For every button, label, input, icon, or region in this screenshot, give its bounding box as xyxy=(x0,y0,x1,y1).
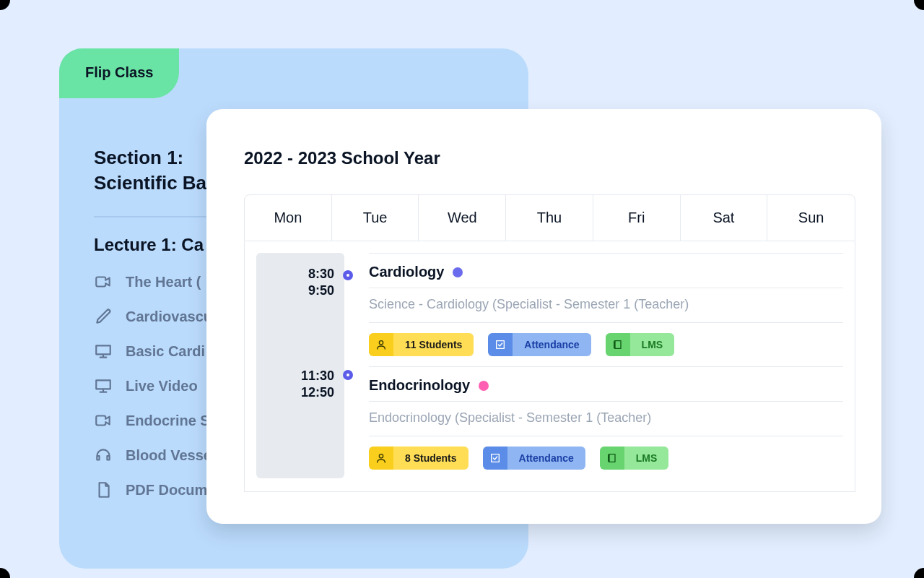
students-button[interactable]: 11 Students xyxy=(369,333,474,356)
day-header-cell[interactable]: Wed xyxy=(419,195,506,241)
content-item-label: Endocrine S xyxy=(126,413,210,429)
user-icon xyxy=(369,333,393,356)
schedule-entry: CardiologyScience - Cardiology (Speciali… xyxy=(369,253,843,366)
schedule-entry: EndocrinologyEndocrinology (Specialist -… xyxy=(369,366,843,480)
attendance-button[interactable]: Attendance xyxy=(488,333,590,356)
time-slot: 11:30 12:50 xyxy=(266,368,334,402)
subject-color-dot xyxy=(453,267,463,277)
video-icon xyxy=(94,411,113,430)
headphones-icon xyxy=(94,446,113,465)
attendance-button-label: Attendance xyxy=(513,333,590,356)
content-item-label: Blood Vesse xyxy=(126,447,212,464)
entry-button-row: 11 StudentsAttendanceLMS xyxy=(369,323,843,356)
lms-button-label: LMS xyxy=(624,447,669,470)
time-column: 8:30 9:50 11:30 12:50 xyxy=(256,253,344,478)
user-icon xyxy=(369,447,393,470)
day-header-cell[interactable]: Sat xyxy=(681,195,768,241)
pencil-icon xyxy=(94,307,113,326)
attendance-button[interactable]: Attendance xyxy=(483,447,585,470)
book-icon xyxy=(606,333,630,356)
day-header-cell[interactable]: Tue xyxy=(332,195,419,241)
lms-button[interactable]: LMS xyxy=(600,447,669,470)
entry-title: Endocrinology xyxy=(369,377,470,394)
flip-class-tab[interactable]: Flip Class xyxy=(59,48,179,98)
content-item-label: Live Video xyxy=(126,378,198,394)
students-button-label: 8 Students xyxy=(393,447,468,470)
day-header-cell[interactable]: Thu xyxy=(506,195,593,241)
schedule-entries: CardiologyScience - Cardiology (Speciali… xyxy=(344,253,843,480)
students-button-label: 11 Students xyxy=(393,333,474,356)
check-icon xyxy=(483,447,507,470)
entry-subtitle: Science - Cardiology (Specialist - Semes… xyxy=(369,288,843,323)
check-icon xyxy=(488,333,513,356)
students-button[interactable]: 8 Students xyxy=(369,447,468,470)
subject-color-dot xyxy=(479,381,489,391)
content-item-label: Basic Cardi xyxy=(126,343,205,360)
week-day-header: MonTueWedThuFriSatSun xyxy=(244,194,855,241)
day-header-cell[interactable]: Fri xyxy=(593,195,681,241)
entry-title: Cardiology xyxy=(369,264,444,280)
entry-button-row: 8 StudentsAttendanceLMS xyxy=(369,436,843,470)
day-header-cell[interactable]: Mon xyxy=(245,195,332,241)
time-marker-icon xyxy=(343,370,353,380)
document-icon xyxy=(94,480,113,499)
video-icon xyxy=(94,272,113,291)
schedule-body: 8:30 9:50 11:30 12:50 CardiologyScience … xyxy=(244,241,855,492)
attendance-button-label: Attendance xyxy=(507,447,585,470)
day-header-cell[interactable]: Sun xyxy=(767,195,855,241)
lms-button-label: LMS xyxy=(630,333,675,356)
lms-button[interactable]: LMS xyxy=(606,333,675,356)
book-icon xyxy=(600,447,624,470)
content-item-label: Cardiovascu xyxy=(126,309,212,325)
school-year-title: 2022 - 2023 School Year xyxy=(244,148,855,168)
content-item-label: PDF Docum xyxy=(126,482,207,499)
time-marker-icon xyxy=(343,270,353,280)
flip-class-tab-label: Flip Class xyxy=(85,64,153,80)
monitor-icon xyxy=(94,376,113,395)
schedule-card: 2022 - 2023 School Year MonTueWedThuFriS… xyxy=(206,109,881,524)
time-slot: 8:30 9:50 xyxy=(266,266,334,300)
monitor-icon xyxy=(94,342,113,361)
content-item-label: The Heart ( xyxy=(126,274,201,290)
entry-subtitle: Endocrinology (Specialist - Semester 1 (… xyxy=(369,402,843,436)
